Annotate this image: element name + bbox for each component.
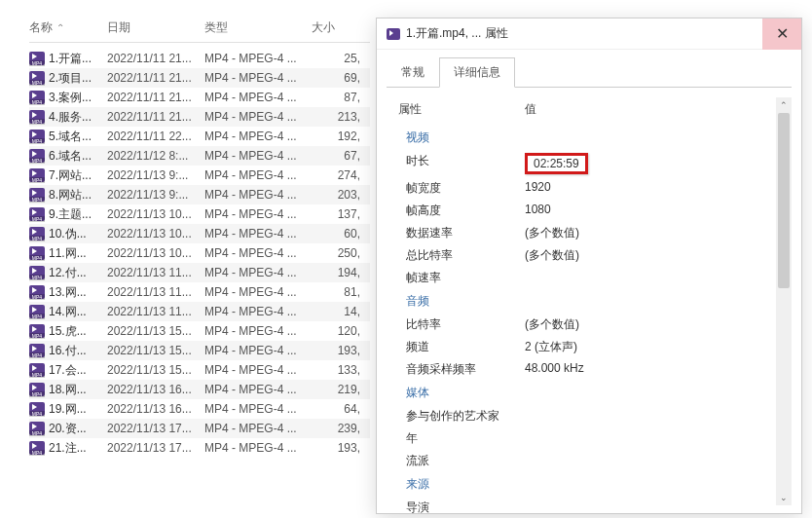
property-value — [525, 430, 784, 447]
file-date: 2022/11/11 21... — [107, 71, 204, 85]
property-value: (多个数值) — [525, 247, 784, 264]
list-header: 名称 ⌃ 日期 类型 大小 — [29, 19, 370, 43]
property-label: 帧宽度 — [406, 180, 525, 197]
file-row[interactable]: 8.网站...2022/11/13 9:...MP4 - MPEG-4 ...2… — [29, 185, 370, 204]
property-row[interactable]: 帧高度1080 — [394, 200, 784, 222]
file-row[interactable]: 19.网...2022/11/13 16...MP4 - MPEG-4 ...6… — [29, 399, 370, 419]
file-size: 219, — [312, 383, 360, 396]
file-date: 2022/11/13 11... — [107, 305, 204, 318]
file-row[interactable]: 18.网...2022/11/13 16...MP4 - MPEG-4 ...2… — [29, 380, 370, 399]
file-date: 2022/11/13 10... — [107, 246, 204, 260]
file-row[interactable]: 17.会...2022/11/13 15...MP4 - MPEG-4 ...1… — [29, 360, 370, 380]
file-type: MP4 - MPEG-4 ... — [204, 285, 312, 299]
file-row[interactable]: 10.伪...2022/11/13 10...MP4 - MPEG-4 ...6… — [29, 224, 370, 243]
file-size: 203, — [312, 188, 360, 202]
property-value: (多个数值) — [525, 316, 784, 333]
property-row[interactable]: 时长02:25:59 — [394, 150, 784, 177]
chevron-up-icon: ⌃ — [780, 100, 788, 110]
scroll-thumb[interactable] — [778, 113, 790, 288]
file-row[interactable]: 11.网...2022/11/13 10...MP4 - MPEG-4 ...2… — [29, 243, 370, 263]
file-name: 4.服务... — [49, 109, 107, 126]
mp4-file-icon — [29, 71, 45, 85]
file-name: 19.网... — [49, 401, 107, 418]
file-row[interactable]: 3.案例...2022/11/11 21...MP4 - MPEG-4 ...8… — [29, 88, 370, 107]
file-name: 10.伪... — [49, 226, 107, 242]
file-size: 25, — [312, 52, 360, 65]
file-row[interactable]: 2.项目...2022/11/11 21...MP4 - MPEG-4 ...6… — [29, 68, 370, 88]
file-row[interactable]: 7.网站...2022/11/13 9:...MP4 - MPEG-4 ...2… — [29, 166, 370, 185]
file-row[interactable]: 4.服务...2022/11/11 21...MP4 - MPEG-4 ...2… — [29, 107, 370, 127]
property-value: (多个数值) — [525, 225, 784, 241]
file-row[interactable]: 5.域名...2022/11/11 22...MP4 - MPEG-4 ...1… — [29, 127, 370, 146]
file-name: 11.网... — [49, 245, 107, 262]
file-row[interactable]: 16.付...2022/11/13 15...MP4 - MPEG-4 ...1… — [29, 341, 370, 360]
property-label: 频道 — [406, 339, 525, 355]
file-size: 250, — [312, 246, 360, 260]
dialog-titlebar[interactable]: 1.开篇.mp4, ... 属性 ✕ — [377, 18, 801, 50]
property-row[interactable]: 总比特率(多个数值) — [394, 244, 784, 267]
file-row[interactable]: 15.虎...2022/11/13 15...MP4 - MPEG-4 ...1… — [29, 321, 370, 341]
file-date: 2022/11/13 15... — [107, 324, 204, 338]
file-name: 9.主题... — [49, 206, 107, 223]
file-type: MP4 - MPEG-4 ... — [204, 110, 312, 124]
file-size: 64, — [312, 402, 360, 416]
property-row[interactable]: 流派 — [394, 450, 784, 472]
file-size: 81, — [312, 285, 360, 299]
file-type: MP4 - MPEG-4 ... — [204, 422, 312, 435]
column-header-size[interactable]: 大小 — [312, 19, 360, 36]
file-row[interactable]: 1.开篇...2022/11/11 21...MP4 - MPEG-4 ...2… — [29, 49, 370, 68]
file-row[interactable]: 12.付...2022/11/13 11...MP4 - MPEG-4 ...1… — [29, 263, 370, 282]
file-row[interactable]: 13.网...2022/11/13 11...MP4 - MPEG-4 ...8… — [29, 282, 370, 302]
file-type: MP4 - MPEG-4 ... — [204, 344, 312, 357]
file-name: 18.网... — [49, 382, 107, 398]
properties-header-name: 属性 — [398, 101, 525, 118]
property-row[interactable]: 帧宽度1920 — [394, 177, 784, 200]
column-header-date[interactable]: 日期 — [107, 19, 204, 36]
file-date: 2022/11/13 10... — [107, 207, 204, 221]
mp4-file-icon — [29, 402, 45, 416]
close-button[interactable]: ✕ — [762, 18, 801, 50]
column-header-name-label: 名称 — [29, 19, 53, 36]
property-row[interactable]: 数据速率(多个数值) — [394, 222, 784, 244]
property-label: 比特率 — [406, 316, 525, 333]
file-row[interactable]: 20.资...2022/11/13 17...MP4 - MPEG-4 ...2… — [29, 419, 370, 438]
file-size: 194, — [312, 266, 360, 279]
property-row[interactable]: 帧速率 — [394, 267, 784, 289]
property-row[interactable]: 音频采样频率48.000 kHz — [394, 358, 784, 381]
file-type: MP4 - MPEG-4 ... — [204, 188, 312, 202]
file-name: 13.网... — [49, 284, 107, 301]
file-row[interactable]: 14.网...2022/11/13 11...MP4 - MPEG-4 ...1… — [29, 302, 370, 321]
property-row[interactable]: 比特率(多个数值) — [394, 314, 784, 336]
scroll-up-button[interactable]: ⌃ — [776, 97, 792, 113]
column-header-name[interactable]: 名称 ⌃ — [29, 19, 107, 36]
file-size: 120, — [312, 324, 360, 338]
file-type: MP4 - MPEG-4 ... — [204, 383, 312, 396]
column-header-type[interactable]: 类型 — [204, 19, 312, 36]
tab-details[interactable]: 详细信息 — [439, 57, 515, 88]
property-row[interactable]: 参与创作的艺术家 — [394, 405, 784, 427]
file-date: 2022/11/13 11... — [107, 266, 204, 279]
property-row[interactable]: 频道2 (立体声) — [394, 336, 784, 358]
file-date: 2022/11/13 9:... — [107, 168, 204, 182]
close-icon: ✕ — [776, 24, 789, 43]
scroll-down-button[interactable]: ⌄ — [776, 490, 792, 505]
file-date: 2022/11/13 17... — [107, 441, 204, 455]
file-type: MP4 - MPEG-4 ... — [204, 227, 312, 240]
file-row[interactable]: 6.域名...2022/11/12 8:...MP4 - MPEG-4 ...6… — [29, 146, 370, 166]
file-date: 2022/11/12 8:... — [107, 149, 204, 163]
property-row[interactable]: 导演 — [394, 497, 784, 515]
file-row[interactable]: 9.主题...2022/11/13 10...MP4 - MPEG-4 ...1… — [29, 204, 370, 224]
scrollbar[interactable]: ⌃ ⌄ — [776, 97, 792, 505]
mp4-file-icon — [29, 130, 45, 143]
tab-general[interactable]: 常规 — [387, 57, 439, 88]
file-row[interactable]: 21.注...2022/11/13 17...MP4 - MPEG-4 ...1… — [29, 438, 370, 458]
file-name: 1.开篇... — [49, 51, 107, 67]
file-name: 8.网站... — [49, 187, 107, 204]
file-date: 2022/11/13 11... — [107, 285, 204, 299]
file-type: MP4 - MPEG-4 ... — [204, 402, 312, 416]
file-date: 2022/11/13 16... — [107, 402, 204, 416]
file-size: 239, — [312, 422, 360, 435]
tabs: 常规 详细信息 — [377, 50, 801, 88]
property-row[interactable]: 年 — [394, 427, 784, 450]
file-date: 2022/11/13 10... — [107, 227, 204, 240]
